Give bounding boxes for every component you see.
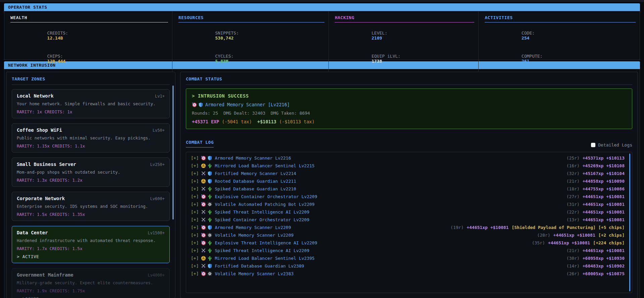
network-intrusion-body: TARGET ZONES Local Network Lv1+ Your hom… bbox=[4, 69, 640, 298]
zone-card[interactable]: Government Mainframe Lv4000+ Military-gr… bbox=[12, 268, 170, 298]
expand-toggle[interactable]: [+] bbox=[191, 163, 199, 168]
combat-log-entry[interactable]: [+] Fortified Memory Scanner Lv2214 (32r… bbox=[191, 170, 625, 177]
detailed-logs-toggle[interactable]: Detailed Logs bbox=[591, 142, 632, 147]
expand-toggle[interactable]: [+] bbox=[191, 256, 199, 261]
stat-row: CYCLES: 5.83M bbox=[178, 49, 324, 69]
zone-description: Enterprise security. IDS systems and SOC… bbox=[17, 204, 165, 209]
log-entry-left: [+] Fortified Memory Scanner Lv2214 bbox=[191, 171, 296, 176]
stat-label: CHIPS: bbox=[47, 54, 72, 59]
cactus-icon bbox=[207, 256, 212, 261]
expand-toggle[interactable]: [+] bbox=[191, 171, 199, 176]
combat-log-entry[interactable]: [+] Armored Memory Scanner Lv2209 (19r) … bbox=[191, 224, 625, 231]
reward-text: +60483xp +$10902 bbox=[583, 263, 625, 269]
combat-status-title: COMBAT STATUS bbox=[186, 76, 632, 81]
stat-row: EQUIP iLVL: 1738 bbox=[335, 49, 474, 69]
stat-row: CODE: 254 bbox=[485, 25, 636, 46]
enemy-type-icons bbox=[201, 163, 212, 168]
combat-log-title: COMBAT LOG bbox=[186, 140, 214, 147]
expand-toggle[interactable]: [+] bbox=[191, 217, 199, 222]
combat-log-entry[interactable]: [+] Volatile Automated Patching Bot Lv22… bbox=[191, 200, 625, 208]
expand-toggle[interactable]: [+] bbox=[191, 156, 199, 161]
swords-icon bbox=[201, 186, 206, 191]
swords-icon bbox=[201, 210, 206, 215]
expand-toggle[interactable]: [+] bbox=[191, 263, 199, 269]
zone-card-head: Local Network Lv1+ bbox=[17, 93, 165, 99]
log-entry-right: (13r) +44651xp +$10081 bbox=[567, 217, 625, 222]
stat-value: 2109 bbox=[372, 36, 382, 41]
log-entry-right: (16r) +45269xp +$10108 bbox=[567, 163, 625, 168]
enemy-type-icons bbox=[201, 179, 212, 184]
combat-log-entry[interactable]: [+] Spiked Threat Intelligence AI Lv2209… bbox=[191, 247, 625, 254]
expand-toggle[interactable]: [+] bbox=[191, 179, 199, 184]
reward-text: +44651xp +$10081 bbox=[583, 210, 625, 215]
enemy-type-icons bbox=[201, 202, 212, 207]
swords-icon bbox=[201, 217, 206, 222]
expand-toggle[interactable]: [+] bbox=[191, 194, 199, 199]
zone-level-badge: Lv250+ bbox=[150, 162, 165, 167]
combat-log-entry[interactable]: [+] Spiked Threat Intelligence AI Lv2209… bbox=[191, 208, 625, 216]
zone-card[interactable]: Corporate Network Lv600+ Enterprise secu… bbox=[12, 192, 170, 221]
combat-log-entry[interactable]: [+] Rooted Database Guardian Lv2211 (21r… bbox=[191, 177, 625, 185]
combat-log-entry[interactable]: [+] Fortified Database Guardian Lv2389 (… bbox=[191, 262, 625, 270]
expand-toggle[interactable]: [+] bbox=[191, 210, 199, 215]
log-entry-right: (32r) +45167xp +$10104 bbox=[567, 171, 625, 176]
combat-log-scrollbar[interactable] bbox=[629, 154, 630, 291]
zone-rarity-credits: RARITY: 1.7x CREDITS: 1.5x bbox=[17, 246, 165, 251]
combat-log-entry[interactable]: [+] Volatile Memory Scanner Lv2209 (28r)… bbox=[191, 231, 625, 239]
combat-log-entry[interactable]: [+] Mirrored Load Balancer Sentinel Lv22… bbox=[191, 162, 625, 170]
expand-toggle[interactable]: [+] bbox=[191, 233, 199, 238]
zone-card[interactable]: Coffee Shop WiFi Lv50+ Public networks w… bbox=[12, 123, 170, 153]
stat-label: CREDITS: bbox=[47, 31, 72, 36]
log-entry-right: (30r) +60958xp +$10930 bbox=[567, 256, 625, 261]
combat-log-entry[interactable]: [+] Explosive Threat Intelligence AI Lv2… bbox=[191, 239, 625, 247]
enemy-name: Volatile Memory Scanner Lv2209 bbox=[215, 233, 293, 238]
rounds-count: (21r) bbox=[567, 248, 580, 253]
combat-log-box: [+] Armored Memory Scanner Lv2216 (25r) … bbox=[186, 152, 632, 293]
log-entry-left: [+] Spiked Container Orchestrator Lv2209 bbox=[191, 217, 309, 222]
rounds-count: (14r) bbox=[567, 263, 580, 269]
enemy-type-icons bbox=[201, 240, 212, 245]
dart-icon bbox=[201, 225, 206, 230]
shield-icon bbox=[207, 156, 212, 161]
combat-log-entry[interactable]: [+] Explosive Container Orchestrator Lv2… bbox=[191, 193, 625, 200]
enemy-type-icons bbox=[192, 102, 203, 107]
combat-rewards: +45371 EXP (-5041 tax) +$10113 (-$10113 … bbox=[192, 119, 626, 124]
zone-card-head: Government Mainframe Lv4000+ bbox=[17, 272, 165, 278]
zone-level-badge: Lv4000+ bbox=[148, 273, 165, 278]
zone-card-head: Data Center Lv1500+ bbox=[17, 230, 165, 235]
cactus-icon bbox=[207, 248, 212, 253]
enemy-name: Volatile Memory Scanner Lv2383 bbox=[215, 271, 293, 276]
zone-description: Military-grade security. Expect elite co… bbox=[17, 280, 165, 285]
enemy-type-icons bbox=[201, 263, 212, 269]
combat-panel: COMBAT STATUS > INTRUSION SUCCESS Armore… bbox=[180, 72, 638, 298]
enemy-type-icons bbox=[201, 156, 212, 161]
expand-toggle[interactable]: [+] bbox=[191, 202, 199, 207]
log-entry-left: [+] Armored Memory Scanner Lv2216 bbox=[191, 156, 291, 161]
reward-text: +60958xp +$10930 bbox=[583, 256, 625, 261]
burst-icon bbox=[207, 233, 212, 238]
dart-icon bbox=[201, 202, 206, 207]
zone-card[interactable]: Data Center Lv1500+ Hardened infrastruct… bbox=[12, 226, 170, 263]
rounds-count: (31r) bbox=[567, 202, 580, 207]
zone-card[interactable]: Local Network Lv1+ Your home network. Si… bbox=[12, 89, 170, 118]
zone-card[interactable]: Small Business Server Lv250+ Mom-and-pop… bbox=[12, 158, 170, 187]
cactus-icon bbox=[207, 194, 212, 199]
combat-log-entry[interactable]: [+] Spiked Container Orchestrator Lv2209… bbox=[191, 216, 625, 224]
shield-icon bbox=[207, 225, 212, 230]
stat-value: 530,742 bbox=[215, 36, 234, 41]
stat-label: LEVEL: bbox=[372, 31, 396, 36]
detailed-logs-checkbox[interactable] bbox=[591, 143, 595, 147]
combat-log-entry[interactable]: [+] Armored Memory Scanner Lv2216 (25r) … bbox=[191, 154, 625, 162]
enemy-name: Spiked Container Orchestrator Lv2209 bbox=[215, 217, 309, 222]
expand-toggle[interactable]: [+] bbox=[191, 271, 199, 276]
combat-log-entry[interactable]: [+] Volatile Memory Scanner Lv2383 (26r)… bbox=[191, 270, 625, 278]
expand-toggle[interactable]: [+] bbox=[191, 248, 199, 253]
expand-toggle[interactable]: [+] bbox=[191, 225, 199, 230]
expand-toggle[interactable]: [+] bbox=[191, 240, 199, 245]
combat-log-entry[interactable]: [+] Spiked Database Guardian Lv2210 (18r… bbox=[191, 185, 625, 193]
shield-icon bbox=[198, 102, 203, 107]
target-zones-scrollbar[interactable] bbox=[172, 85, 174, 220]
zone-card-head: Corporate Network Lv600+ bbox=[17, 196, 165, 201]
expand-toggle[interactable]: [+] bbox=[191, 186, 199, 191]
combat-log-entry[interactable]: [+] Mirrored Load Balancer Sentinel Lv23… bbox=[191, 254, 625, 262]
